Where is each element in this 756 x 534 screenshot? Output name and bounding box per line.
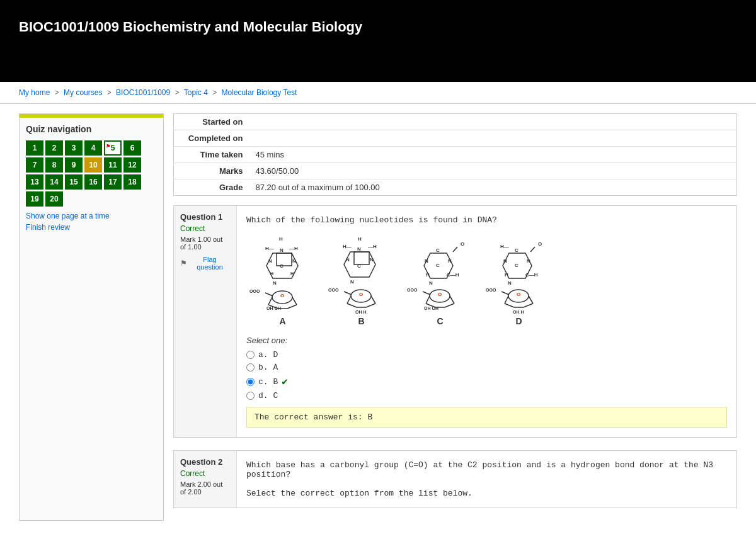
option-d-row: d. C [246, 391, 727, 401]
nav-btn-5[interactable]: ⚑5 [104, 140, 122, 156]
show-one-page-link[interactable]: Show one page at a time [26, 212, 157, 220]
correct-checkmark: ✔ [282, 375, 288, 388]
finish-review-link[interactable]: Finish review [26, 223, 157, 232]
svg-text:N: N [503, 258, 507, 264]
time-taken-label: Time taken [174, 147, 249, 163]
svg-text:N: N [508, 280, 512, 286]
svg-line-43 [453, 247, 457, 252]
question-2-mark: Mark 2.00 out of 2.00 [180, 480, 230, 496]
svg-rect-26 [354, 252, 369, 264]
question-1-text: Which of the following nucleotides is fo… [246, 215, 727, 225]
nav-btn-4[interactable]: 4 [84, 140, 102, 156]
nav-btn-18[interactable]: 18 [123, 174, 141, 190]
svg-text:H: H [426, 272, 430, 278]
breadcrumb: My home > My courses > BIOC1001/1009 > T… [0, 82, 756, 104]
nav-btn-3[interactable]: 3 [65, 140, 83, 156]
question-1-mark: Mark 1.00 out of 1.00 [180, 236, 230, 251]
nav-btn-11[interactable]: 11 [104, 157, 122, 173]
nav-btn-9[interactable]: 9 [65, 157, 83, 173]
nav-btn-8[interactable]: 8 [45, 157, 63, 173]
option-c-radio[interactable] [246, 378, 255, 386]
breadcrumb-home[interactable]: My home [19, 88, 50, 97]
nav-btn-19[interactable]: 19 [26, 191, 43, 207]
svg-line-20 [265, 293, 273, 296]
completed-on-label: Completed on [174, 130, 249, 147]
nucleotide-b-svg: H H— —H N N N C N [325, 234, 398, 316]
nav-btn-14[interactable]: 14 [45, 174, 63, 190]
svg-text:N: N [268, 258, 272, 264]
svg-text:O: O [359, 292, 363, 297]
nucleotide-b-label: B [358, 316, 364, 326]
svg-text:N: N [273, 280, 277, 286]
svg-text:N: N [357, 246, 361, 252]
quiz-navigation-sidebar: Quiz navigation 1 2 3 4 ⚑5 6 7 8 9 10 11… [19, 113, 164, 521]
flag-icon: ⚑ [180, 259, 187, 268]
option-b-label: b. A [258, 363, 278, 372]
svg-text:OOO: OOO [486, 288, 496, 292]
sidebar-content: Quiz navigation 1 2 3 4 ⚑5 6 7 8 9 10 11… [20, 118, 163, 238]
option-c-label: c. B [258, 377, 278, 387]
option-a-radio[interactable] [246, 351, 255, 359]
breadcrumb-topic[interactable]: Topic 4 [184, 88, 208, 97]
flag-question-1-button[interactable]: ⚑ Flag question [180, 256, 230, 271]
nucleotide-c: O N N C C H C—H N [404, 234, 476, 326]
svg-text:OOO: OOO [328, 288, 339, 292]
summary-table: Started on Completed on Time taken 45 mi… [173, 113, 737, 196]
svg-text:O: O [517, 292, 520, 297]
svg-text:N: N [350, 279, 354, 285]
svg-text:C—H: C—H [525, 272, 538, 278]
nucleotide-c-svg: O N N C C H C—H N [404, 234, 476, 316]
svg-text:N: N [370, 257, 374, 263]
question-2-block: Question 2 Correct Mark 2.00 out of 2.00… [173, 450, 737, 508]
option-d-radio[interactable] [246, 392, 255, 400]
question-1-body: Which of the following nucleotides is fo… [237, 206, 736, 437]
question-1-sidebar: Question 1 Correct Mark 1.00 out of 1.00… [174, 206, 237, 437]
svg-line-81 [501, 292, 509, 295]
svg-text:N: N [280, 247, 284, 253]
breadcrumb-courses[interactable]: My courses [64, 88, 102, 97]
page-title: BIOC1001/1009 Biochemistry and Molecular… [19, 19, 362, 35]
nav-btn-2[interactable]: 2 [45, 140, 63, 156]
svg-text:H—: H— [343, 244, 352, 249]
nucleotide-d: O H— N N C C H C—H N [483, 234, 555, 326]
svg-text:O: O [280, 293, 284, 298]
svg-text:OH OH: OH OH [424, 306, 438, 310]
svg-line-54 [450, 296, 454, 304]
svg-line-13 [268, 297, 272, 305]
svg-text:—H: —H [289, 246, 298, 251]
svg-line-60 [423, 292, 430, 295]
nav-btn-7[interactable]: 7 [26, 157, 43, 173]
svg-line-16 [287, 305, 297, 309]
option-a-label: a. D [258, 350, 278, 360]
breadcrumb-test[interactable]: Molecular Biology Test [222, 88, 297, 97]
correct-answer-banner: The correct answer is: B [246, 407, 727, 428]
question-2-body: Which base has a carbonyl group (C=O) at… [237, 451, 736, 508]
option-b-radio[interactable] [246, 363, 255, 372]
svg-text:C: C [357, 263, 361, 269]
svg-line-14 [292, 297, 297, 305]
marks-label: Marks [174, 163, 249, 179]
nav-btn-20[interactable]: 20 [45, 191, 63, 207]
breadcrumb-course[interactable]: BIOC1001/1009 [116, 88, 170, 97]
nav-btn-16[interactable]: 16 [84, 174, 102, 190]
nav-btn-17[interactable]: 17 [104, 174, 122, 190]
nav-btn-10[interactable]: 10 [84, 157, 102, 173]
nav-btn-13[interactable]: 13 [26, 174, 43, 190]
svg-line-34 [371, 296, 375, 304]
question-2-instruction: Select the correct option from the list … [246, 489, 727, 498]
nav-btn-12[interactable]: 12 [123, 157, 141, 173]
question-1-status: Correct [180, 224, 230, 233]
nav-btn-1[interactable]: 1 [26, 140, 43, 156]
option-c-row: c. B ✔ [246, 375, 727, 388]
question-2-number: Question 2 [180, 457, 230, 467]
svg-text:N: N [527, 258, 530, 264]
svg-text:C—H: C—H [447, 272, 459, 278]
nav-btn-6[interactable]: 6 [123, 140, 141, 156]
svg-text:O: O [438, 292, 442, 297]
svg-text:C: C [515, 263, 518, 268]
time-taken-value: 45 mins [249, 147, 737, 163]
svg-text:N: N [346, 257, 350, 263]
nav-btn-15[interactable]: 15 [65, 174, 83, 190]
svg-text:C: C [280, 263, 284, 269]
svg-line-76 [505, 304, 514, 307]
